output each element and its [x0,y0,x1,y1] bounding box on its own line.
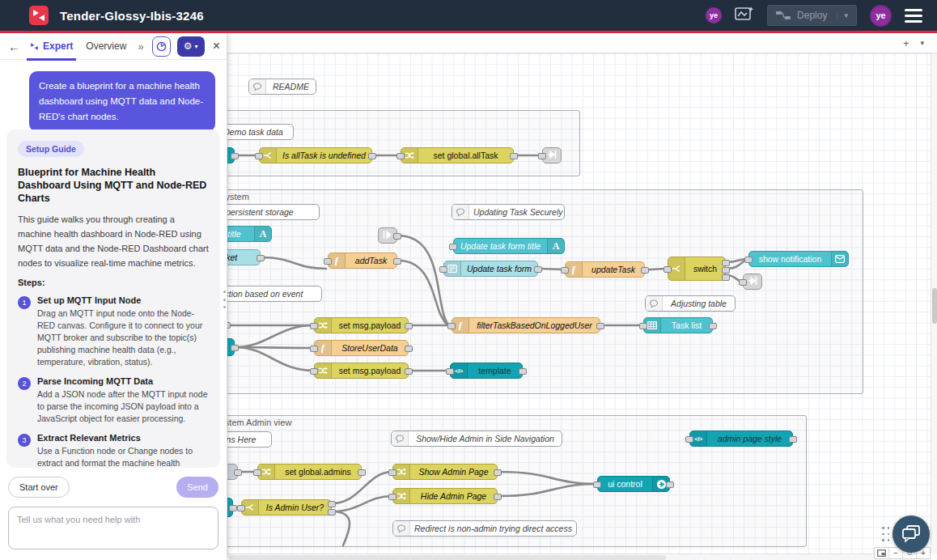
output-port[interactable] [393,233,401,240]
node-ui-form-ticket[interactable]: ticket [227,249,261,265]
node-switch-is-admin-user[interactable]: Is Admin User? [241,499,332,515]
output-port[interactable] [641,267,649,274]
start-over-button[interactable]: Start over [8,477,70,498]
node-change-set-msg-payload-1[interactable]: set msg.payload [314,317,409,333]
close-panel-icon[interactable]: × [213,39,220,53]
deploy-caret-icon[interactable]: ▾ [837,11,848,19]
input-port[interactable] [739,279,747,286]
ai-snapshot-icon[interactable] [735,6,754,25]
comment-node-admins-here[interactable]: Admins Here [227,431,272,448]
flowfuse-logo-icon[interactable] [29,6,49,25]
input-port[interactable] [593,482,601,488]
node-stub-teal[interactable] [227,147,235,163]
collaborator-avatar[interactable]: ye [706,7,722,23]
node-change-set-msg-payload-2[interactable]: set msg.payload [314,363,409,379]
output-port[interactable] [358,469,366,476]
node-change-show-admin-page[interactable]: Show Admin Page [392,464,498,480]
input-port[interactable] [253,469,261,476]
back-arrow-icon[interactable]: ← [8,40,20,53]
output-port[interactable] [405,346,413,352]
comment-node-action-based-on-event[interactable]: action based on event [227,286,322,302]
input-port[interactable] [685,436,693,443]
input-port[interactable] [237,505,245,511]
node-stub-teal[interactable] [227,338,235,356]
node-function-filtertask[interactable]: ƒ filterTaskBasedOnLoggedUser [452,317,600,333]
vertical-scrollbar-thumb[interactable] [932,288,937,324]
output-port-2[interactable] [328,509,336,515]
add-flow-button[interactable]: + [903,37,909,49]
input-port[interactable] [561,267,569,274]
output-port[interactable] [789,436,797,443]
comment-node-adjusting-table[interactable]: Adjusting table [645,295,736,312]
node-function-storeuserdata[interactable]: ƒ StoreUserData [314,340,409,356]
node-change-hide-admin-page[interactable]: Hide Admin Page [392,488,498,504]
node-stub-gray[interactable] [227,464,238,480]
settings-button[interactable]: ⚙ ▾ [177,36,205,57]
input-port[interactable] [388,469,396,476]
output-port[interactable] [405,323,413,329]
input-port[interactable] [255,153,263,159]
comment-node-readme[interactable]: README [248,78,316,95]
output-port[interactable] [510,153,518,159]
comment-node-show-hide-admin[interactable]: Show/Hide Admin in Side Navigation [391,431,562,447]
output-port[interactable] [494,469,502,476]
user-avatar[interactable]: ye [870,5,892,27]
node-function-updatetask[interactable]: ƒ updateTask [565,261,645,278]
assistant-input[interactable] [8,507,218,549]
input-port[interactable] [447,323,456,329]
node-function-addtask[interactable]: ƒ addTask [328,252,397,269]
tab-expert[interactable]: Expert [27,33,76,60]
usage-chart-button[interactable] [152,36,171,57]
input-port[interactable] [324,258,332,265]
node-ui-template-admin-page-style[interactable]: </> admin page style [689,431,793,447]
node-switch[interactable]: switch [668,257,726,281]
output-port-1[interactable] [328,501,336,507]
input-port[interactable] [439,266,447,273]
horizontal-scrollbar[interactable] [227,554,931,560]
output-port-1[interactable] [722,260,730,266]
input-port[interactable] [310,368,318,375]
output-port[interactable] [405,368,413,375]
input-port[interactable] [664,266,672,273]
output-port-3[interactable] [722,274,730,281]
input-port[interactable] [396,153,405,159]
assistant-response-card[interactable]: Setup Guide Blueprint for Machine Health… [6,129,220,468]
output-port[interactable] [231,345,239,351]
comment-node-persistent-storage[interactable]: task to persistent storage [227,204,320,220]
node-ui-text-update-task-form-title[interactable]: A Update task form title [453,238,565,254]
output-port[interactable] [257,255,265,261]
ai-chat-fab[interactable] [892,515,930,553]
input-port[interactable] [446,368,454,375]
input-port[interactable] [538,153,546,159]
assistant-drag-handle-icon[interactable] [882,527,890,543]
node-link-in[interactable] [378,227,397,244]
node-ui-notification[interactable]: show notification [748,251,849,267]
output-port-2[interactable] [722,267,730,274]
panel-resize-grip[interactable] [223,291,227,308]
node-change-set-global-alltask[interactable]: set global.allTask [401,147,514,163]
output-port[interactable] [709,323,717,329]
send-button[interactable]: Send [176,477,218,498]
output-port[interactable] [368,153,376,159]
flow-canvas[interactable]: system System Admin view [227,53,931,554]
node-ui-table-task-list[interactable]: Task list [643,317,713,333]
output-port[interactable] [229,505,237,511]
node-switch-is-alltask-undefined[interactable]: Is allTask is undefined [259,147,372,163]
flow-list-caret-icon[interactable]: ▾ [920,39,924,47]
output-port-edge[interactable] [227,322,231,329]
main-menu-icon[interactable] [905,9,922,23]
output-port[interactable] [234,469,242,476]
output-port[interactable] [393,258,401,265]
comment-node-redirect-non-admin[interactable]: Redirect is non-admin trying direct acce… [392,520,577,537]
output-port[interactable] [666,482,674,488]
input-port[interactable] [639,323,647,329]
output-port[interactable] [494,494,502,500]
group-demo-task-data[interactable] [227,110,580,176]
navigator-icon[interactable] [875,548,888,558]
node-stub-teal[interactable] [227,498,233,517]
input-port[interactable] [449,244,457,250]
deploy-button[interactable]: Deploy ▾ [767,5,857,26]
comment-node-updating-task-securely[interactable]: Updating Task Securely [452,204,565,220]
output-port[interactable] [231,153,239,159]
node-link-out[interactable] [743,274,762,290]
